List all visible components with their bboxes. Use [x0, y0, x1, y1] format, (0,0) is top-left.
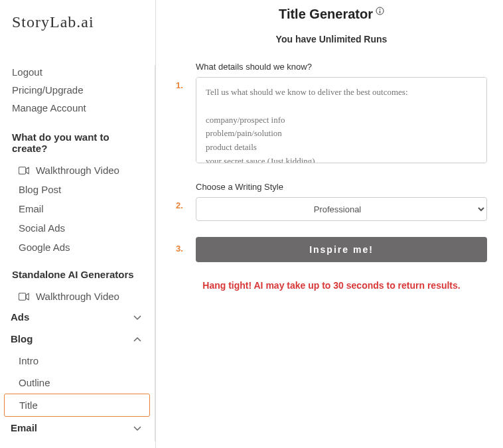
walkthrough-generators[interactable]: Walkthrough Video: [12, 287, 155, 306]
accordion-label: Ads: [11, 311, 29, 323]
step-number-3: 3.: [176, 237, 196, 262]
style-select[interactable]: Professional: [196, 197, 487, 221]
svg-point-3: [380, 9, 381, 10]
chevron-down-icon: [133, 423, 142, 433]
walkthrough-create[interactable]: Walkthrough Video: [12, 161, 155, 180]
accordion-ads[interactable]: Ads: [11, 306, 155, 328]
accordion-label: Email: [11, 422, 37, 433]
step-number-2: 2.: [176, 182, 196, 221]
create-social-ads[interactable]: Social Ads: [12, 218, 155, 238]
logo: StoryLab.ai: [12, 13, 155, 31]
page-title: Title Generator: [279, 7, 373, 22]
svg-rect-1: [19, 293, 25, 299]
chevron-down-icon: [133, 313, 142, 322]
accordion-label: Blog: [11, 333, 33, 344]
video-icon: [19, 167, 29, 175]
blog-title[interactable]: Title: [4, 394, 150, 417]
section-create-title: What do you want to create?: [12, 131, 155, 154]
nav-logout[interactable]: Logout: [12, 63, 155, 81]
accordion-email[interactable]: Email: [11, 417, 155, 439]
style-label: Choose a Writing Style: [196, 182, 487, 192]
details-label: What details should we know?: [196, 62, 487, 72]
nav-pricing[interactable]: Pricing/Upgrade: [12, 81, 155, 99]
chevron-up-icon: [133, 335, 142, 344]
blog-outline[interactable]: Outline: [12, 372, 155, 394]
section-generators-title: Standalone AI Generators: [12, 269, 155, 280]
info-icon[interactable]: [376, 6, 384, 15]
video-icon: [19, 293, 29, 301]
svg-rect-0: [19, 167, 25, 173]
step-number-1: 1.: [176, 62, 196, 166]
blog-intro[interactable]: Intro: [12, 350, 155, 372]
nav-manage-account[interactable]: Manage Account: [12, 99, 155, 117]
details-input[interactable]: [196, 77, 487, 163]
walkthrough-label: Walkthrough Video: [36, 291, 119, 302]
walkthrough-label: Walkthrough Video: [36, 165, 119, 176]
create-blog-post[interactable]: Blog Post: [12, 180, 155, 199]
accordion-blog[interactable]: Blog: [11, 328, 155, 350]
svg-rect-4: [380, 11, 380, 13]
create-email[interactable]: Email: [12, 199, 155, 218]
runs-text: You have Unlimited Runs: [176, 34, 487, 44]
wait-text: Hang tight! AI may take up to 30 seconds…: [176, 278, 487, 293]
inspire-button[interactable]: Inspire me!: [196, 237, 487, 262]
create-google-ads[interactable]: Google Ads: [12, 238, 155, 257]
